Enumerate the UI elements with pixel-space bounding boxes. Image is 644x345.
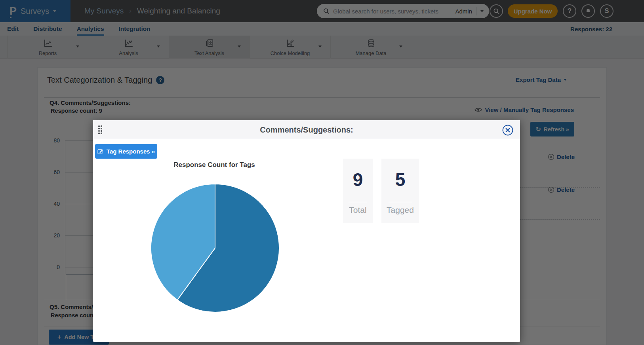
close-icon xyxy=(502,125,513,136)
app-root: P Surveys My Surveys › Weighting and Bal… xyxy=(0,0,644,345)
divider xyxy=(389,202,412,202)
pie-chart-title: Response Count for Tags xyxy=(155,161,274,169)
divider xyxy=(349,202,367,202)
modal-header: Comments/Suggestions: xyxy=(93,120,520,139)
stat-total-value: 9 xyxy=(353,169,363,191)
stat-total: 9 Total xyxy=(343,159,373,223)
edit-pencil-icon xyxy=(97,148,103,154)
stat-tagged: 5 Tagged xyxy=(381,159,419,223)
stat-tagged-label: Tagged xyxy=(387,205,414,215)
tag-responses-button[interactable]: Tag Responses » xyxy=(95,144,157,159)
stat-total-label: Total xyxy=(349,205,366,215)
modal-title: Comments/Suggestions: xyxy=(93,120,520,139)
tag-summary-modal: Comments/Suggestions: Tag Responses » Re… xyxy=(93,120,520,342)
stat-tagged-value: 5 xyxy=(395,169,406,191)
pie-chart xyxy=(150,183,280,313)
modal-close-button[interactable] xyxy=(502,125,513,136)
